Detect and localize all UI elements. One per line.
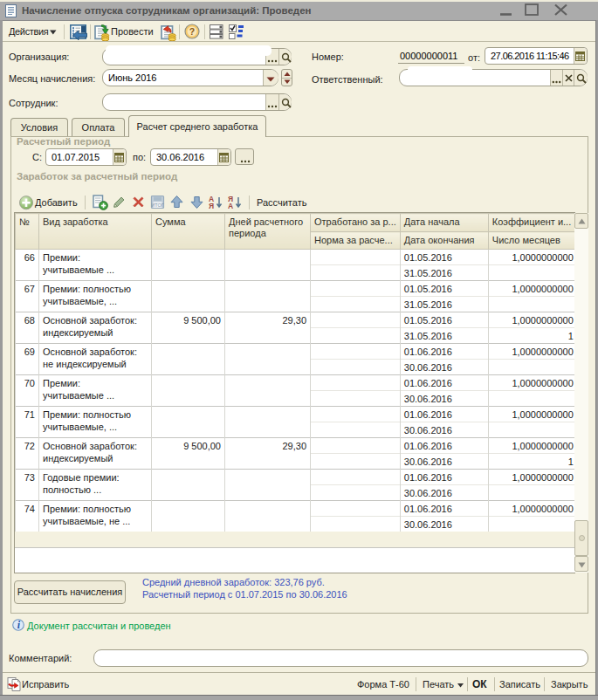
svg-text:Я: Я [209,202,214,209]
svg-text:А: А [228,202,233,209]
svg-text:ИТОГ: ИТОГ [151,202,163,208]
svg-text:?: ? [189,26,195,37]
